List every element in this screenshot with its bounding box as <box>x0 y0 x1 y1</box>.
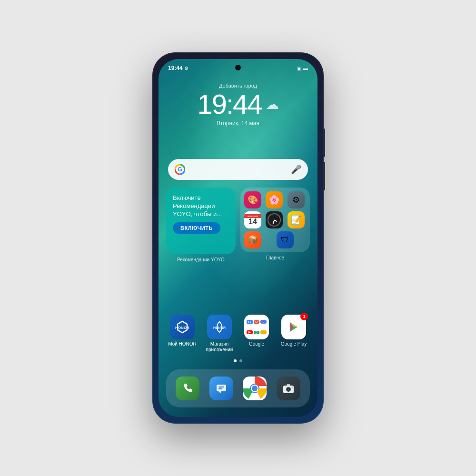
status-time: 19:44 <box>168 65 183 71</box>
app-moy-honor[interactable]: HONOR Мой HONOR <box>166 315 198 353</box>
app-label-google-play: Google Play <box>281 341 307 347</box>
dock-chrome[interactable] <box>243 377 267 400</box>
svg-point-19 <box>288 389 289 390</box>
folder-icon-orange: 📦 <box>244 231 261 248</box>
sim-icon: ▣ <box>297 66 301 71</box>
main-folder-label: Главное <box>266 255 284 260</box>
svg-point-21 <box>291 387 293 388</box>
svg-text:HONOR: HONOR <box>175 326 189 330</box>
clock-face <box>268 213 281 227</box>
folder-icon-settings: ⚙ <box>288 191 305 208</box>
gear-icon: ⚙ <box>184 66 188 71</box>
search-bar[interactable]: G 🎤 <box>168 159 308 180</box>
phone-screen: 19:44 ⚙ ▣ ▬ Добавить город 19:44 ☁ Вторн… <box>159 59 317 417</box>
minute-hand <box>273 220 275 224</box>
widgets-row: Включите Рекомендации YOYO, чтобы и... В… <box>166 188 310 262</box>
dock-phone[interactable] <box>176 377 199 400</box>
svg-rect-11 <box>218 388 222 389</box>
svg-rect-20 <box>287 384 290 386</box>
yoyo-widget[interactable]: Включите Рекомендации YOYO, чтобы и... В… <box>166 188 236 254</box>
main-folder-container: 🎨 🌸 ⚙ вторник 14 <box>240 188 310 262</box>
app-label-google: Google <box>249 341 264 347</box>
mic-icon[interactable]: 🎤 <box>291 164 301 175</box>
enable-button[interactable]: ВКЛЮЧИТЬ <box>173 222 220 234</box>
dock-messages[interactable] <box>209 377 233 400</box>
notes-icon: 📝 <box>288 211 305 228</box>
app-google-play[interactable]: 1 <box>278 315 310 353</box>
folder-icon-shield: 🛡 <box>277 231 294 248</box>
folder-icon-toolbox: 🎨 <box>244 191 261 208</box>
calendar-icon: вторник 14 <box>244 211 261 228</box>
status-icons: ▣ ▬ <box>297 66 308 71</box>
dock <box>166 369 310 407</box>
app-google[interactable]: G M 📍 ▶ D ⋯ Google <box>240 315 273 353</box>
clock-widget: Добавить город 19:44 ☁ Вторник, 14 мая <box>159 83 317 127</box>
honor-icon: HONOR <box>170 315 195 339</box>
yoyo-label: Рекомендации YOYO <box>166 257 236 262</box>
svg-rect-8 <box>217 385 226 391</box>
phone-device: 19:44 ⚙ ▣ ▬ Добавить город 19:44 ☁ Вторн… <box>152 52 324 424</box>
app-label-moy-honor: Мой HONOR <box>168 341 197 347</box>
honor-store-icon: HONOR <box>207 315 232 339</box>
clock-time: 19:44 <box>197 90 261 118</box>
camera-notch <box>235 65 241 70</box>
page-dots <box>234 359 242 362</box>
google-play-icon: 1 <box>281 315 306 339</box>
dot-active <box>234 359 237 362</box>
clock-date: Вторник, 14 мая <box>217 120 259 127</box>
battery-icon: ▬ <box>303 66 308 71</box>
folder-icon-photos: 🌸 <box>266 191 283 208</box>
yoyo-widget-container: Включите Рекомендации YOYO, чтобы и... В… <box>166 188 236 262</box>
google-logo: G <box>175 164 185 175</box>
svg-marker-9 <box>218 391 221 393</box>
dot-inactive <box>239 359 242 362</box>
dock-camera[interactable] <box>277 377 300 400</box>
svg-text:HONOR: HONOR <box>213 326 226 329</box>
svg-rect-10 <box>218 387 224 387</box>
cloud-icon: ☁ <box>266 97 279 112</box>
calendar-num: 14 <box>248 218 257 226</box>
svg-text:G: G <box>178 166 182 173</box>
apps-row: HONOR Мой HONOR HONOR Магазинприложений <box>166 315 310 353</box>
app-label-honor-store: Магазинприложений <box>206 341 233 353</box>
yoyo-title: Включите Рекомендации YOYO, чтобы и... <box>173 194 229 218</box>
main-folder-widget[interactable]: 🎨 🌸 ⚙ вторник 14 <box>240 188 310 252</box>
clock-app-icon <box>266 211 283 228</box>
add-city-label[interactable]: Добавить город <box>219 83 257 89</box>
google-grid-icon: G M 📍 ▶ D ⋯ <box>244 315 269 339</box>
notification-badge: 1 <box>300 313 308 320</box>
app-honor-store[interactable]: HONOR Магазинприложений <box>203 315 236 353</box>
main-clock: 19:44 ☁ <box>197 90 278 118</box>
svg-point-15 <box>252 386 258 391</box>
